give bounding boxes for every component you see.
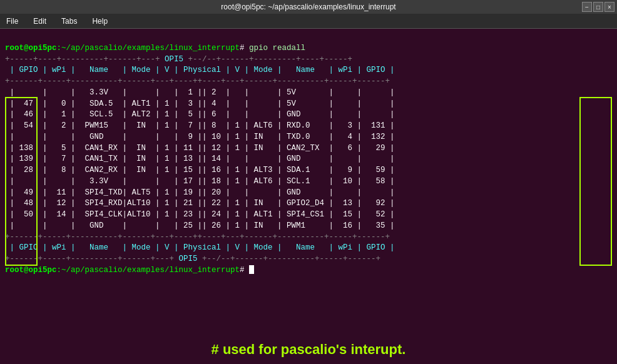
- menu-edit[interactable]: Edit: [29, 16, 50, 27]
- close-button[interactable]: ×: [604, 2, 614, 12]
- terminal-cursor: [249, 265, 254, 274]
- header-row: | GPIO | wPi | Name | Mode | V | Physica…: [5, 66, 395, 74]
- window-title: root@opi5pc: ~/ap/pascalio/examples/linu…: [221, 3, 395, 11]
- prompt2-host: root@opi5pc: [5, 266, 57, 275]
- window-controls[interactable]: − □ ×: [582, 2, 614, 12]
- prompt-path: :~/ap/pascalio/examples/linux_interrupt: [57, 44, 240, 53]
- row-12: | 50 | 14 | SPI4_CLK|ALT10 | 1 | 23 || 2…: [5, 210, 395, 219]
- menu-file[interactable]: File: [3, 16, 22, 27]
- row-4: | 54 | 2 | PWM15 | IN | 1 | 7 || 8 | 1 |…: [5, 121, 395, 130]
- row-8: | 28 | 8 | CAN2_RX | IN | 1 | 15 || 16 |…: [5, 166, 395, 174]
- sep1: +-----+----+---------+------+---+: [5, 55, 160, 64]
- row-5: | | | GND | | | 9 || 10 | 1 | IN | TXD.0…: [5, 133, 395, 141]
- footer-row: | GPIO | wPi | Name | Mode | V | Physica…: [5, 243, 395, 252]
- arrow-svg: [0, 275, 617, 338]
- row-1: | | | 3.3V | | | 1 || 2 | | | 5V | | |: [5, 88, 395, 97]
- row-10: | 49 | 11 | SPI4_TXD| ALT5 | 1 | 19 || 2…: [5, 188, 395, 197]
- annotation-text: # used for pascalio's interupt.: [0, 341, 617, 358]
- row-6: | 138 | 5 | CAN1_RX | IN | 1 | 11 || 12 …: [5, 144, 395, 153]
- terminal-area[interactable]: root@opi5pc:~/ap/pascalio/examples/linux…: [0, 29, 617, 280]
- menu-bar: File Edit Tabs Help: [0, 14, 617, 29]
- row-13: | | | GND | | | 25 || 26 | 1 | IN | PWM1…: [5, 221, 395, 230]
- row-9: | | | 3.3V | | | 17 || 18 | 1 | ALT6 | S…: [5, 177, 395, 186]
- prompt2-path: :~/ap/pascalio/examples/linux_interrupt: [57, 266, 240, 275]
- row-7: | 139 | 7 | CAN1_TX | IN | 1 | 13 || 14 …: [5, 154, 395, 163]
- row-2: | 47 | 0 | SDA.5 | ALT1 | 1 | 3 || 4 | |…: [5, 99, 395, 108]
- row-3: | 46 | 1 | SCL.5 | ALT2 | 1 | 5 || 6 | |…: [5, 110, 395, 119]
- menu-tabs[interactable]: Tabs: [58, 16, 81, 27]
- title-bar: root@opi5pc: ~/ap/pascalio/examples/linu…: [0, 0, 617, 14]
- maximize-button[interactable]: □: [593, 2, 603, 12]
- minimize-button[interactable]: −: [582, 2, 592, 12]
- prompt-host: root@opi5pc: [5, 44, 57, 53]
- row-11: | 48 | 12 | SPI4_RXD|ALT10 | 1 | 21 || 2…: [5, 199, 395, 208]
- command-text: gpio readall: [249, 44, 305, 53]
- menu-help[interactable]: Help: [88, 16, 111, 27]
